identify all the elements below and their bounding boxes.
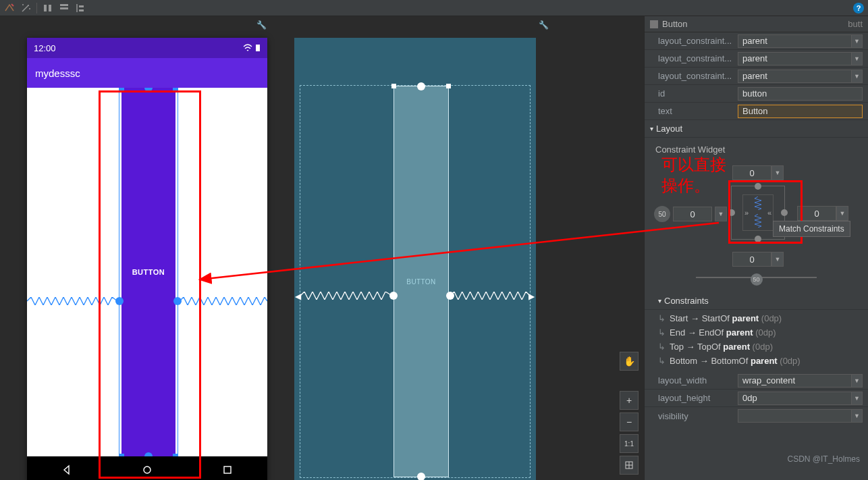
bias-h-knob[interactable]: 50 bbox=[751, 273, 763, 286]
blueprint-button-widget[interactable]: BUTTON bbox=[394, 86, 449, 477]
vspring-top bbox=[754, 196, 762, 211]
cw-handle-top[interactable] bbox=[755, 183, 761, 190]
back-icon[interactable] bbox=[61, 464, 72, 475]
svg-rect-5 bbox=[44, 5, 47, 11]
attr-value[interactable] bbox=[738, 409, 852, 423]
app-title: mydesssc bbox=[35, 68, 80, 79]
margin-bottom-input[interactable]: 0 bbox=[732, 252, 771, 267]
wrench-icon[interactable]: 🔧 bbox=[256, 20, 267, 30]
align-icon-2[interactable] bbox=[59, 3, 70, 14]
content-area[interactable]: BUTTON bbox=[27, 88, 267, 456]
margin-right-input[interactable]: 0 bbox=[797, 206, 836, 221]
attr-label: layout_height bbox=[658, 393, 738, 403]
bias-h-slider[interactable]: 50 bbox=[696, 273, 817, 282]
wifi-icon bbox=[243, 44, 252, 52]
attr-row: layout_constraint... parent ▼ bbox=[645, 50, 868, 68]
panel-header: Button butt bbox=[645, 16, 868, 32]
component-name: Button bbox=[662, 19, 688, 29]
toolbar-icon-1[interactable] bbox=[4, 3, 15, 14]
wrench-icon[interactable]: 🔧 bbox=[539, 20, 549, 30]
dropdown-icon[interactable]: ▼ bbox=[715, 207, 727, 221]
bp-spring-left bbox=[300, 292, 392, 300]
constraint-item[interactable]: ↳ End → EndOf parent (0dp) bbox=[645, 325, 868, 340]
bp-handle-bottom[interactable] bbox=[417, 473, 425, 480]
svg-rect-14 bbox=[224, 466, 231, 473]
dropdown-icon[interactable]: ▼ bbox=[852, 392, 863, 405]
system-nav-bar bbox=[27, 456, 267, 480]
blueprint-button-text: BUTTON bbox=[406, 278, 435, 286]
attr-label: id bbox=[658, 88, 738, 99]
bias-v-knob[interactable]: 50 bbox=[654, 206, 670, 222]
chevrons-right-icon: » bbox=[744, 209, 749, 217]
dropdown-icon[interactable]: ▼ bbox=[852, 70, 863, 83]
attr-value-highlight[interactable]: Button bbox=[738, 105, 863, 118]
design-preview[interactable]: 12:00 mydesssc BUTTON bbox=[27, 38, 267, 480]
layout-editor[interactable]: 🔧 🔧 12:00 mydesssc BUTTON bbox=[0, 16, 644, 480]
blueprint-preview[interactable]: BUTTON ◀ ▶ bbox=[294, 38, 536, 480]
zoom-out-button[interactable]: − bbox=[620, 412, 639, 431]
dropdown-icon[interactable]: ▼ bbox=[771, 165, 784, 180]
constraint-handle-left[interactable] bbox=[115, 297, 124, 305]
zoom-in-button[interactable]: + bbox=[620, 391, 639, 410]
svg-point-13 bbox=[144, 466, 151, 473]
svg-line-1 bbox=[22, 5, 28, 11]
attr-label: layout_width bbox=[658, 375, 738, 385]
attr-value[interactable]: button bbox=[738, 87, 863, 101]
align-icon-1[interactable] bbox=[43, 3, 53, 14]
dropdown-icon[interactable]: ▼ bbox=[852, 52, 863, 65]
svg-rect-11 bbox=[79, 9, 84, 11]
attr-value[interactable]: parent bbox=[738, 52, 852, 65]
pan-button[interactable]: ✋ bbox=[620, 352, 639, 371]
attr-value[interactable]: wrap_content bbox=[738, 374, 852, 388]
attr-row: layout_height 0dp ▼ bbox=[645, 390, 868, 407]
constraint-item[interactable]: ↳ Top → TopOf parent (0dp) bbox=[645, 340, 868, 354]
attributes-panel: Button butt layout_constraint... parent … bbox=[644, 16, 868, 480]
svg-rect-10 bbox=[79, 5, 84, 7]
attr-row: text Button bbox=[645, 103, 868, 120]
spring-left bbox=[27, 297, 117, 305]
constraint-arrow-icon: ↳ bbox=[658, 356, 666, 366]
attr-value[interactable]: 0dp bbox=[738, 392, 852, 405]
attr-value[interactable]: parent bbox=[738, 34, 852, 48]
bp-handle-top[interactable] bbox=[417, 82, 425, 90]
attr-label: layout_constraint... bbox=[658, 53, 738, 63]
dropdown-icon[interactable]: ▼ bbox=[852, 409, 863, 423]
dropdown-icon[interactable]: ▼ bbox=[771, 252, 784, 267]
margin-top-input[interactable]: 0 bbox=[732, 165, 771, 180]
constraint-item[interactable]: ↳ Start → StartOf parent (0dp) bbox=[645, 311, 868, 325]
bp-arrow-left: ◀ bbox=[295, 292, 302, 300]
section-title: Layout bbox=[656, 124, 682, 134]
bp-spring-right bbox=[450, 292, 530, 300]
cw-handle-left[interactable] bbox=[728, 209, 735, 216]
zoom-expand-button[interactable] bbox=[620, 456, 639, 475]
attr-value[interactable]: parent bbox=[738, 70, 852, 83]
watermark: CSDN @IT_Holmes bbox=[787, 454, 860, 464]
constraint-item[interactable]: ↳ Bottom → BottomOf parent (0dp) bbox=[645, 354, 868, 368]
bp-arrow-right: ▶ bbox=[528, 292, 535, 300]
layout-section-header[interactable]: ▾ Layout bbox=[645, 120, 868, 138]
help-icon[interactable]: ? bbox=[853, 3, 864, 14]
attr-row: id button bbox=[645, 85, 868, 103]
zoom-fit-button[interactable]: 1:1 bbox=[620, 434, 639, 453]
blueprint-layout-bounds[interactable]: BUTTON ◀ ▶ bbox=[300, 85, 531, 478]
svg-line-0 bbox=[11, 4, 13, 6]
cw-handle-right[interactable] bbox=[781, 209, 788, 216]
constraint-handle-right[interactable] bbox=[173, 297, 182, 305]
magic-wand-icon[interactable] bbox=[20, 3, 31, 14]
component-type: butt bbox=[848, 19, 863, 29]
attr-row: layout_constraint... parent ▼ bbox=[645, 68, 868, 85]
dropdown-icon[interactable]: ▼ bbox=[836, 206, 848, 221]
dropdown-icon[interactable]: ▼ bbox=[852, 34, 863, 48]
margin-left-input[interactable]: 0 bbox=[673, 207, 712, 221]
constraints-section-header[interactable]: ▾ Constraints bbox=[645, 292, 868, 310]
chevrons-left-icon: « bbox=[767, 209, 771, 217]
dropdown-icon[interactable]: ▼ bbox=[852, 374, 863, 388]
cw-handle-bottom[interactable] bbox=[755, 236, 761, 242]
attr-row: visibility ▼ bbox=[645, 407, 868, 425]
constraint-handle-bottom[interactable] bbox=[144, 452, 153, 456]
svg-rect-8 bbox=[60, 4, 68, 6]
align-icon-3[interactable] bbox=[75, 3, 86, 14]
home-icon[interactable] bbox=[142, 464, 153, 475]
recents-icon[interactable] bbox=[222, 464, 233, 475]
svg-rect-12 bbox=[256, 45, 260, 51]
